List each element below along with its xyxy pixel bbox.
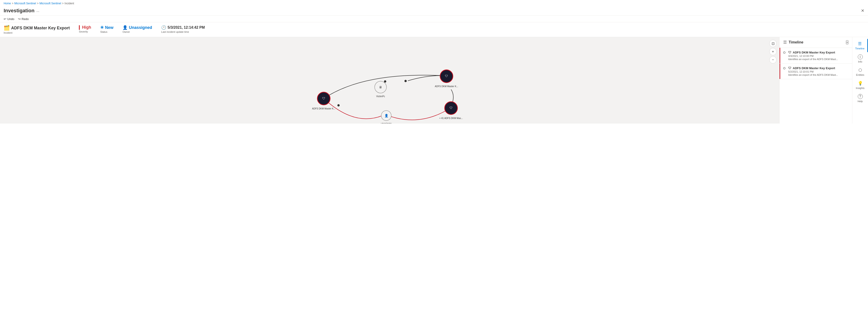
nav-insights-button[interactable]: 💡 Insights — [852, 79, 868, 92]
severity-bar-icon — [79, 25, 80, 30]
timeline-item-border — [780, 63, 780, 79]
clock-icon: 🕐 — [161, 25, 166, 30]
main-content: 🛡 ADFS DKM Master K... 🖥 VictimPc 👤 VMAD… — [0, 37, 868, 123]
svg-text:+ 41 ADFS DKM Mas...: + 41 ADFS DKM Mas... — [439, 117, 463, 119]
redo-label: Redo — [22, 17, 29, 21]
incident-type-label: Incident — [4, 31, 70, 34]
svg-text:VMADMIN: VMADMIN — [381, 123, 392, 123]
investigation-graph: 🛡 ADFS DKM Master K... 🖥 VictimPc 👤 VMAD… — [0, 37, 779, 123]
incident-info-bar: 🗂️ ADFS DKM Master Key Export Incident H… — [0, 22, 868, 37]
timeline-item-desc-1: Identifies an export of the ADFS DKM Mas… — [788, 58, 848, 61]
sidebar-timeline: ☰ Timeline » 🛡 ADFS DKM Master Key Expor… — [779, 37, 852, 123]
owner-person-icon: 👤 — [123, 25, 128, 30]
timeline-dot — [783, 66, 785, 76]
entities-nav-label: Entities — [856, 73, 864, 76]
incident-name-field: 🗂️ ADFS DKM Master Key Export Incident — [4, 25, 70, 34]
severity-value: High — [82, 25, 91, 30]
nav-help-button[interactable]: ? Help — [852, 92, 868, 105]
page-title: Investigation — [4, 8, 35, 13]
timeline-item-content: 🛡 ADFS DKM Master Key Export 4/4/2021, 1… — [788, 51, 848, 61]
node-vmadmin[interactable]: 👤 VMADMIN — [381, 111, 392, 123]
svg-text:🛡: 🛡 — [322, 96, 325, 100]
breadcrumb-sentinel2[interactable]: Microsoft Sentinel — [39, 2, 61, 5]
more-options-button[interactable]: ... — [36, 9, 39, 13]
severity-field: High Severity — [79, 25, 91, 33]
zoom-in-button[interactable]: + — [769, 48, 777, 55]
severity-label: Severity — [79, 30, 91, 33]
node-adfs-top-right[interactable]: 🛡 ADFS DKM Master K... — [435, 70, 458, 88]
timeline-list: 🛡 ADFS DKM Master Key Export 4/4/2021, 1… — [780, 48, 852, 123]
svg-text:🛡: 🛡 — [445, 74, 448, 78]
node-adfs-multi[interactable]: 🛡 + 41 ADFS DKM Mas... — [439, 102, 463, 119]
update-time-value: 5/3/2021, 12:14:42 PM — [167, 26, 205, 30]
header: Investigation ... ✕ — [0, 7, 868, 16]
nav-timeline-button[interactable]: ☰ Timeline — [852, 39, 868, 52]
timeline-item-date-2: 5/2/2021, 12:10:01 PM — [788, 70, 848, 73]
timeline-item[interactable]: 🛡 ADFS DKM Master Key Export 5/2/2021, 1… — [780, 63, 852, 79]
breadcrumb: Home > Microsoft Sentinel > Microsoft Se… — [0, 0, 868, 7]
redo-button[interactable]: ↪ Redo — [18, 17, 29, 21]
redo-icon: ↪ — [18, 17, 21, 21]
svg-text:🖥: 🖥 — [379, 85, 382, 89]
svg-text:👤: 👤 — [384, 114, 389, 118]
toolbar: ↩ Undo ↪ Redo — [0, 16, 868, 22]
breadcrumb-home[interactable]: Home — [4, 2, 11, 5]
status-label: Status — [100, 30, 114, 33]
node-victimpc[interactable]: 🖥 VictimPc — [375, 81, 386, 98]
sidebar-expand-button[interactable]: » — [846, 40, 848, 45]
timeline-item-title-1: ADFS DKM Master Key Export — [793, 51, 835, 54]
timeline-item-title-2: ADFS DKM Master Key Export — [793, 66, 835, 70]
fit-view-icon: ⊡ — [772, 41, 775, 46]
help-nav-label: Help — [858, 100, 863, 102]
incident-name: ADFS DKM Master Key Export — [11, 26, 70, 30]
timeline-dot — [783, 51, 785, 61]
fit-view-button[interactable]: ⊡ — [769, 40, 777, 47]
help-nav-icon: ? — [858, 94, 863, 99]
timeline-header-icon: ☰ — [783, 40, 787, 45]
timeline-title: Timeline — [789, 40, 803, 45]
edge-dot-2 — [404, 80, 407, 82]
nav-entities-button[interactable]: ⬡ Entities — [852, 65, 868, 79]
svg-text:ADFS DKM Master K...: ADFS DKM Master K... — [312, 108, 336, 110]
timeline-nav-icon: ☰ — [858, 41, 862, 46]
timeline-nav-label: Timeline — [855, 47, 864, 50]
breadcrumb-incident: Incident — [65, 2, 74, 5]
status-field: ✳ New Status — [100, 25, 114, 33]
right-nav: ☰ Timeline i Info ⬡ Entities 💡 Insights … — [852, 37, 868, 123]
zoom-in-icon: + — [772, 50, 774, 54]
owner-value: Unassigned — [129, 25, 152, 30]
timeline-item-date-1: 4/4/2021, 12:10:00 PM — [788, 55, 848, 57]
owner-label: Owner — [123, 30, 152, 33]
update-time-field: 🕐 5/3/2021, 12:14:42 PM Last incident up… — [161, 25, 205, 33]
graph-area[interactable]: 🛡 ADFS DKM Master K... 🖥 VictimPc 👤 VMAD… — [0, 37, 779, 123]
timeline-shield-icon-1: 🛡 — [788, 51, 792, 54]
zoom-out-button[interactable]: − — [769, 56, 777, 63]
nav-info-button[interactable]: i Info — [852, 52, 868, 65]
undo-label: Undo — [7, 17, 14, 21]
close-button[interactable]: ✕ — [861, 8, 864, 13]
timeline-shield-icon-2: 🛡 — [788, 66, 792, 70]
undo-icon: ↩ — [4, 17, 6, 21]
sidebar-header: ☰ Timeline » — [780, 37, 852, 48]
undo-button[interactable]: ↩ Undo — [4, 17, 14, 21]
svg-text:VictimPc: VictimPc — [376, 95, 385, 98]
zoom-out-icon: − — [772, 58, 774, 62]
info-nav-label: Info — [858, 60, 862, 63]
insights-nav-label: Insights — [856, 87, 865, 89]
svg-text:ADFS DKM Master K...: ADFS DKM Master K... — [435, 85, 458, 88]
breadcrumb-sentinel1[interactable]: Microsoft Sentinel — [14, 2, 36, 5]
edge-dot-1 — [384, 80, 386, 83]
status-value: New — [105, 25, 114, 30]
insights-nav-icon: 💡 — [858, 81, 863, 86]
svg-text:🛡: 🛡 — [450, 106, 453, 110]
info-nav-icon: i — [858, 54, 863, 59]
timeline-item[interactable]: 🛡 ADFS DKM Master Key Export 4/4/2021, 1… — [780, 48, 852, 63]
status-spinner-icon: ✳ — [100, 25, 104, 30]
edge-dot-3 — [337, 104, 340, 107]
node-adfs-left[interactable]: 🛡 ADFS DKM Master K... — [312, 92, 336, 110]
owner-field: 👤 Unassigned Owner — [123, 25, 152, 33]
graph-controls: ⊡ + − — [769, 40, 777, 63]
timeline-item-content: 🛡 ADFS DKM Master Key Export 5/2/2021, 1… — [788, 66, 848, 76]
timeline-item-desc-2: Identifies an export of the ADFS DKM Mas… — [788, 73, 848, 76]
timeline-item-border — [780, 48, 780, 63]
